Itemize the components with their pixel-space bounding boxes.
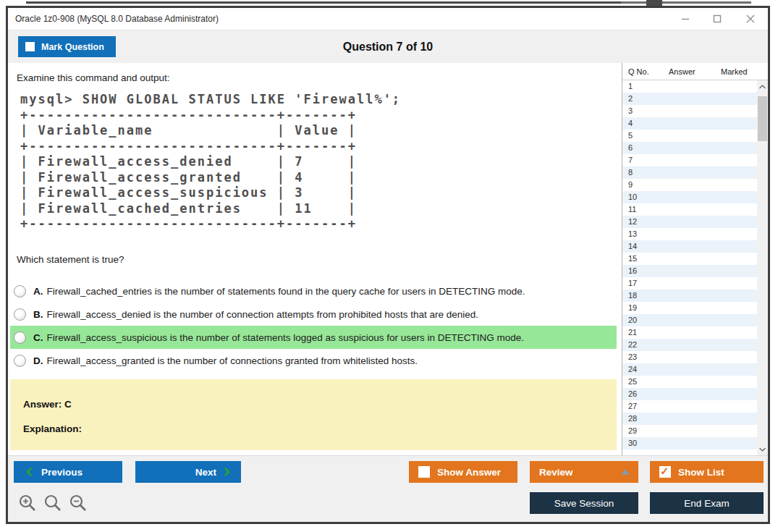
title-bar: Oracle 1z0-908 (MySQL 8.0 Database Admin… [8,8,768,30]
review-button[interactable]: Review [530,461,638,483]
question-list-header: Q No. Answer Marked [622,63,768,80]
maximize-icon[interactable] [710,8,724,30]
question-row-16[interactable]: 16 [622,265,757,277]
column-qno: Q No. [628,67,649,76]
question-row-21[interactable]: 21 [622,326,757,339]
options-list: A. Firewall_cached_entries is the number… [10,279,617,372]
end-exam-button[interactable]: End Exam [650,492,764,514]
question-list-panel: Q No. Answer Marked 12345678910111213141… [622,63,768,455]
question-row-20[interactable]: 20 [622,314,757,326]
option-letter: D. [33,355,43,366]
chevron-left-icon [25,467,33,477]
question-row-10[interactable]: 10 [622,191,757,203]
option-row-a[interactable]: A. Firewall_cached_entries is the number… [10,279,617,303]
scroll-down-icon[interactable] [757,443,768,455]
question-list-scrollbar[interactable] [757,80,768,455]
zoom-reset-icon[interactable] [43,494,62,512]
question-rows: 1234567891011121314151617181920212223242… [622,80,768,449]
question-row-22[interactable]: 22 [622,339,757,351]
radio-button-icon[interactable] [14,308,26,321]
show-answer-button[interactable]: Show Answer [409,461,517,483]
answer-label: Answer: C [23,399,72,410]
bottom-toolbar: Previous Next Show Answer Review ✓ Show … [8,455,768,522]
background-window-edge [26,1,751,4]
question-row-4[interactable]: 4 [622,117,757,130]
question-row-23[interactable]: 23 [622,351,757,363]
main-area: Examine this command and output: mysql> … [8,63,768,455]
header-band: Mark Question Question 7 of 10 [8,30,768,63]
chevron-right-icon [224,467,231,477]
scrollbar-thumb[interactable] [758,96,767,141]
question-row-24[interactable]: 24 [622,363,757,376]
option-row-b[interactable]: B. Firewall_access_denied is the number … [10,303,617,326]
option-letter: B. [33,309,43,320]
save-session-button[interactable]: Save Session [530,492,638,514]
question-prompt: Examine this command and output: [17,72,170,83]
question-row-1[interactable]: 1 [622,80,757,93]
question-row-11[interactable]: 11 [622,203,757,216]
question-counter: Question 7 of 10 [8,30,768,64]
question-row-15[interactable]: 15 [622,253,757,265]
show-answer-checkbox[interactable] [418,466,430,478]
question-stem: Which statement is true? [17,254,124,265]
option-row-c[interactable]: C. Firewall_access_suspicious is the num… [10,326,617,349]
close-icon[interactable] [743,8,758,30]
option-text: Firewall_access_suspicious is the number… [47,332,525,343]
zoom-in-icon[interactable] [18,494,37,512]
question-row-28[interactable]: 28 [622,413,757,425]
previous-label: Previous [41,467,83,478]
window-title: Oracle 1z0-908 (MySQL 8.0 Database Admin… [15,8,219,30]
zoom-out-icon[interactable] [69,494,88,512]
option-text: Firewall_access_denied is the number of … [47,309,479,320]
console-output: mysql> SHOW GLOBAL STATUS LIKE 'Firewall… [20,92,401,232]
radio-button-icon[interactable] [14,285,26,297]
question-row-30[interactable]: 30 [622,437,757,449]
option-letter: C. [33,332,43,343]
question-pane: Examine this command and output: mysql> … [8,63,622,455]
question-row-9[interactable]: 9 [622,179,757,191]
show-list-checkbox[interactable]: ✓ [659,466,671,478]
radio-button-icon[interactable] [14,355,26,367]
question-row-8[interactable]: 8 [622,166,757,179]
question-row-6[interactable]: 6 [622,142,757,154]
end-exam-label: End Exam [684,498,729,509]
option-row-d[interactable]: D. Firewall_access_granted is the number… [10,349,617,372]
option-letter: A. [33,286,43,297]
question-row-13[interactable]: 13 [622,228,757,240]
question-list: 1234567891011121314151617181920212223242… [622,80,768,455]
show-list-label: Show List [678,467,724,478]
check-icon: ✓ [660,465,669,478]
next-button[interactable]: Next [135,461,241,483]
next-label: Next [195,467,216,478]
triangle-up-icon [621,469,630,475]
question-row-27[interactable]: 27 [622,400,757,413]
answer-box: Answer: C Explanation: [10,379,617,450]
question-row-18[interactable]: 18 [622,290,757,302]
question-row-17[interactable]: 17 [622,277,757,290]
question-row-26[interactable]: 26 [622,388,757,400]
app-window: Oracle 1z0-908 (MySQL 8.0 Database Admin… [6,6,770,524]
option-text: Firewall_cached_entries is the number of… [47,286,525,297]
question-row-2[interactable]: 2 [622,93,757,105]
question-row-19[interactable]: 19 [622,302,757,314]
show-list-button[interactable]: ✓ Show List [650,461,764,483]
zoom-controls [18,494,88,512]
minimize-icon[interactable] [678,8,693,30]
explanation-label: Explanation: [23,423,82,434]
review-label: Review [539,467,573,478]
question-row-7[interactable]: 7 [622,154,757,166]
previous-button[interactable]: Previous [14,461,122,483]
question-row-5[interactable]: 5 [622,130,757,142]
option-text: Firewall_access_granted is the number of… [47,355,418,366]
question-row-14[interactable]: 14 [622,240,757,253]
radio-button-icon[interactable] [14,332,26,344]
question-row-12[interactable]: 12 [622,216,757,228]
column-marked: Marked [721,67,748,76]
question-row-25[interactable]: 25 [622,376,757,388]
scroll-up-icon[interactable] [757,80,768,93]
question-row-29[interactable]: 29 [622,425,757,437]
question-row-3[interactable]: 3 [622,105,757,117]
save-session-label: Save Session [554,498,614,509]
column-answer: Answer [669,67,695,76]
show-answer-label: Show Answer [437,467,501,478]
